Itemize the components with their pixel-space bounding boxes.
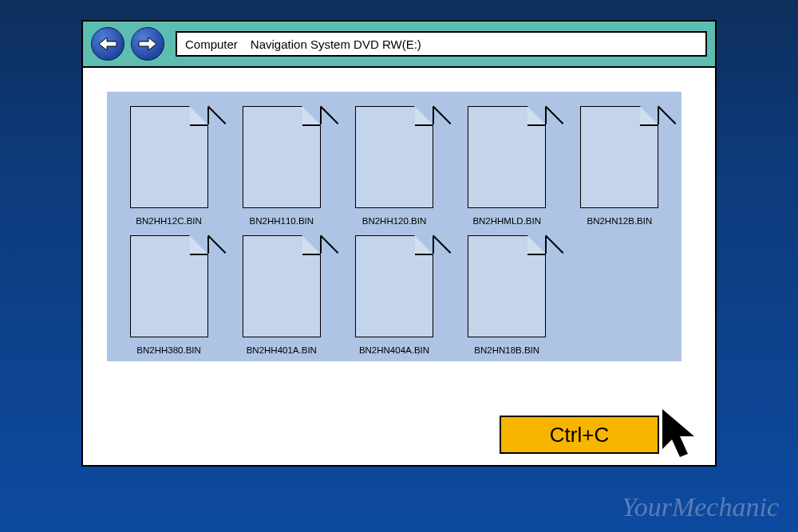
file-icon <box>580 106 658 208</box>
file-item[interactable]: BN2HH120.BIN <box>346 106 441 226</box>
file-item[interactable]: BN2HN18B.BIN <box>460 235 555 355</box>
arrow-left-icon <box>97 36 118 52</box>
shortcut-label: Ctrl+C <box>550 423 609 447</box>
file-label: BN2HH110.BIN <box>250 216 314 226</box>
address-bar[interactable]: Computer Navigation System DVD RW(E:) <box>176 31 707 57</box>
file-icon <box>243 106 321 208</box>
back-button[interactable] <box>91 27 124 61</box>
file-item[interactable]: BN2HHMLD.BIN <box>460 106 555 226</box>
arrow-right-icon <box>137 36 158 52</box>
file-item[interactable]: BN2HN12B.BIN <box>572 106 667 226</box>
forward-button[interactable] <box>131 27 164 61</box>
address-segment: Navigation System DVD RW(E:) <box>251 37 421 51</box>
file-item[interactable]: BN2HN404A.BIN <box>346 235 441 355</box>
file-icon <box>130 235 208 337</box>
file-icon <box>468 235 546 337</box>
file-item[interactable]: BN2HH110.BIN <box>234 106 329 226</box>
file-icon <box>355 235 433 337</box>
file-label: BN2HHMLD.BIN <box>472 216 541 226</box>
file-label: BN2HH120.BIN <box>362 216 427 226</box>
file-icon <box>355 106 433 208</box>
file-label: BN2HN12B.BIN <box>587 216 652 226</box>
address-segment: Computer <box>185 37 238 51</box>
selection-area: BN2HH12C.BIN BN2HH110.BIN BN2HH120.BIN B… <box>107 92 681 361</box>
file-label: BN2HN404A.BIN <box>359 345 429 355</box>
file-label: BN2HH12C.BIN <box>136 216 201 226</box>
file-item[interactable]: BN2HH401A.BIN <box>234 235 329 355</box>
file-label: BN2HN18B.BIN <box>474 345 539 355</box>
explorer-window: Computer Navigation System DVD RW(E:) BN… <box>81 20 717 467</box>
watermark: YourMechanic <box>622 492 779 522</box>
file-label: BN2HH380.BIN <box>136 345 201 355</box>
file-item[interactable]: BN2HH12C.BIN <box>121 106 216 226</box>
file-icon <box>130 106 208 208</box>
file-icon <box>243 235 321 337</box>
file-grid: BN2HH12C.BIN BN2HH110.BIN BN2HH120.BIN B… <box>121 106 667 355</box>
title-bar: Computer Navigation System DVD RW(E:) <box>83 22 715 68</box>
content-area: BN2HH12C.BIN BN2HH110.BIN BN2HH120.BIN B… <box>83 68 715 465</box>
file-icon <box>468 106 546 208</box>
cursor-icon <box>661 408 704 462</box>
file-label: BN2HH401A.BIN <box>247 345 317 355</box>
file-item[interactable]: BN2HH380.BIN <box>121 235 216 355</box>
shortcut-hint: Ctrl+C <box>500 416 659 454</box>
